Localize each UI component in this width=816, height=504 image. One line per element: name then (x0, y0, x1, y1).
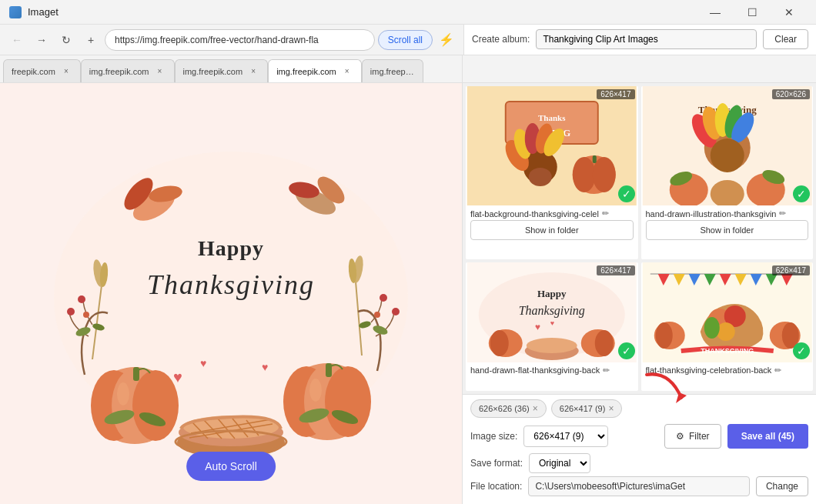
svg-point-37 (325, 366, 371, 437)
thanksgiving-illustration: ♥ ♥ ♥ (31, 129, 431, 459)
svg-point-93 (527, 338, 577, 353)
back-button[interactable]: ← (6, 29, 28, 51)
grid-item-4[interactable]: THANKSGIVING 626×417 ✓ flat-thanksgiving… (641, 262, 814, 392)
svg-point-91 (595, 330, 614, 356)
image-size-label: Image size: (470, 431, 517, 442)
size-tag-626x417[interactable]: 626×417 (9) × (551, 399, 623, 418)
bottom-panel: 626×626 (36) × 626×417 (9) × Image size:… (463, 394, 816, 504)
grid-item-check-3: ✓ (618, 342, 635, 359)
titlebar: Imaget — ☐ ✕ (0, 0, 816, 25)
album-name-input[interactable] (536, 29, 757, 49)
location-row: File location: Change (470, 476, 808, 496)
svg-point-38 (309, 379, 322, 402)
grid-item-info-2: hand-drawn-illustration-thanksgivin ✏ Sh… (641, 205, 814, 246)
svg-point-13 (67, 308, 75, 315)
svg-text:THANKSGIVING: THANKSGIVING (701, 347, 754, 355)
format-select[interactable]: Original JPG PNG WebP (529, 453, 590, 473)
svg-point-29 (132, 370, 179, 441)
size-tag-label-2: 626×417 (9) (560, 404, 606, 413)
grid-item-name-3: hand-drawn-flat-thanksgiving-back ✏ (470, 365, 634, 375)
tab-close-icon[interactable]: × (341, 65, 353, 78)
refresh-button[interactable]: ↻ (55, 29, 77, 51)
maximize-button[interactable]: ☐ (734, 0, 770, 25)
album-bar: Create album: Clear (463, 25, 816, 55)
tab-label: img.freepik.com (276, 67, 336, 76)
tab-label: img.freepik.com (89, 67, 149, 76)
grid-item-3[interactable]: Happy Thanksgiving ♥ ♥ 626 (466, 262, 638, 392)
size-tag-remove-1[interactable]: × (533, 403, 538, 414)
show-folder-button-1[interactable]: Show in folder (470, 220, 634, 240)
show-folder-button-2[interactable]: Show in folder (646, 220, 809, 240)
grid-item-check-2: ✓ (793, 185, 810, 202)
file-location-label: File location: (470, 481, 522, 492)
svg-text:Thanks: Thanks (538, 113, 566, 122)
tab-img-freepik-partial[interactable]: img.freep… (362, 59, 423, 82)
close-button[interactable]: ✕ (771, 0, 807, 25)
tab-close-icon[interactable]: × (154, 65, 166, 78)
grid-item-info-4: flat-thanksgiving-celebration-back ✏ (641, 362, 814, 379)
new-tab-button[interactable]: + (80, 29, 102, 51)
image-size-select[interactable]: 626×417 (9) 626×626 (36) All (523, 426, 608, 447)
svg-text:♥: ♥ (200, 357, 206, 369)
controls-row: Image size: 626×417 (9) 626×626 (36) All… (470, 424, 808, 449)
svg-text:♥: ♥ (550, 319, 554, 327)
svg-point-60 (529, 168, 552, 186)
scroll-all-button[interactable]: Scroll all (378, 30, 433, 50)
svg-point-17 (380, 294, 387, 302)
svg-point-78 (710, 139, 744, 172)
grid-item-check-4: ✓ (793, 342, 810, 359)
size-tag-remove-2[interactable]: × (608, 403, 614, 414)
right-tabs-spacer (462, 55, 816, 83)
svg-text:♥: ♥ (262, 361, 268, 373)
size-tag-626x626[interactable]: 626×626 (36) × (470, 399, 547, 418)
tab-label: img.freep… (370, 67, 415, 76)
size-tag-label-1: 626×626 (36) (479, 404, 530, 413)
edit-icon-4[interactable]: ✏ (774, 365, 781, 375)
svg-text:Happy: Happy (537, 288, 567, 299)
grid-item-check-1: ✓ (618, 185, 635, 202)
left-panel: ♥ ♥ ♥ (0, 83, 462, 504)
save-format-label: Save format: (470, 458, 523, 469)
filter-icon: ⚙ (676, 431, 684, 442)
grid-item-name-1: flat-background-thanksgiving-celel ✏ (470, 209, 634, 219)
tab-close-icon[interactable]: × (60, 65, 72, 78)
filter-label: Filter (689, 431, 710, 442)
forward-button[interactable]: → (31, 29, 52, 51)
tab-label: freepik.com (12, 67, 55, 76)
svg-text:Thanksgiving: Thanksgiving (519, 304, 585, 318)
tab-freepik[interactable]: freepik.com × (3, 59, 81, 82)
svg-point-14 (78, 295, 85, 303)
svg-text:Thanksgiving: Thanksgiving (147, 269, 315, 300)
file-location-input[interactable] (528, 476, 750, 496)
tab-img-freepik-2[interactable]: img.freepik.com × (175, 59, 269, 82)
tab-label: img.freepik.com (183, 67, 243, 76)
svg-text:Happy: Happy (198, 236, 264, 260)
edit-icon-3[interactable]: ✏ (603, 365, 610, 375)
grid-item-dims-3: 626×417 (597, 265, 634, 275)
size-tags: 626×626 (36) × 626×417 (9) × (470, 399, 808, 418)
auto-scroll-button[interactable]: Auto Scroll (186, 452, 276, 481)
tab-img-freepik-1[interactable]: img.freepik.com × (81, 59, 175, 82)
format-row: Save format: Original JPG PNG WebP (470, 453, 808, 473)
clear-button[interactable]: Clear (763, 29, 808, 49)
address-bar[interactable] (105, 29, 375, 51)
minimize-button[interactable]: — (697, 0, 733, 25)
grid-item-2[interactable]: Thanksgiving (641, 86, 814, 259)
tab-close-icon[interactable]: × (247, 65, 259, 78)
svg-point-16 (392, 308, 400, 315)
edit-icon-2[interactable]: ✏ (779, 209, 786, 219)
grid-item-1[interactable]: Thanks GIVING (466, 86, 638, 259)
svg-point-15 (83, 312, 89, 318)
change-button[interactable]: Change (756, 476, 808, 496)
save-all-button[interactable]: Save all (45) (727, 424, 808, 449)
edit-icon-1[interactable]: ✏ (602, 209, 609, 219)
svg-point-30 (117, 382, 129, 406)
grid-item-info-3: hand-drawn-flat-thanksgiving-back ✏ (466, 362, 638, 379)
grid-item-name-2: hand-drawn-illustration-thanksgivin ✏ (646, 209, 809, 219)
image-grid: Thanks GIVING (463, 83, 816, 394)
bookmark-icon[interactable]: ⚡ (436, 29, 457, 51)
svg-point-89 (490, 330, 509, 356)
tab-img-freepik-active[interactable]: img.freepik.com × (268, 59, 362, 82)
filter-button[interactable]: ⚙ Filter (664, 424, 721, 449)
grid-image-4: THANKSGIVING 626×417 ✓ (641, 262, 814, 362)
